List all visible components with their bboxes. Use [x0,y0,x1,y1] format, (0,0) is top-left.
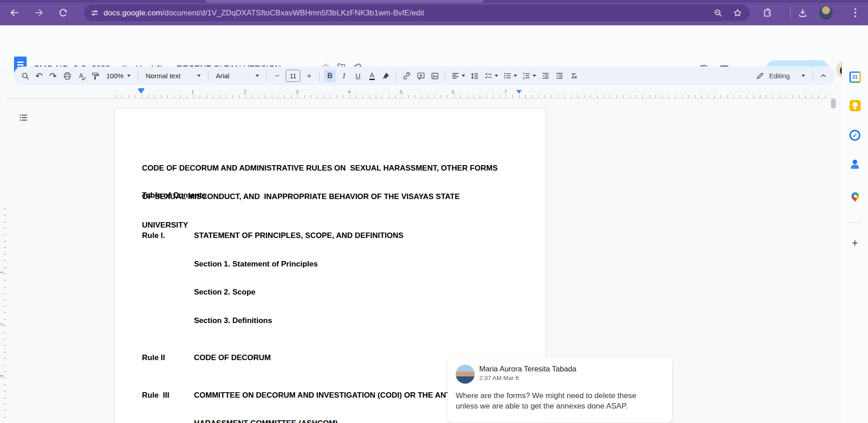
paint-roller-icon [91,71,100,81]
spelling-check-button[interactable]: A [75,70,87,82]
comment-timestamp: 2:37 AM Mar 6 [479,375,519,381]
right-indent-marker[interactable] [516,90,522,94]
underline-button[interactable]: U [352,70,364,82]
toc-title: Table of Contents [142,190,206,200]
paint-format-button[interactable] [89,70,101,82]
chevron-down-icon [533,75,536,77]
bold-button[interactable]: B [324,70,336,82]
contacts-panel-button[interactable] [849,158,861,170]
horizontal-ruler[interactable]: 1 2 3 4 5 6 7 [7,88,835,99]
toc-row: Section 3. Definitions [142,316,532,326]
tasks-panel-button[interactable]: ✓ [849,129,861,141]
check-icon [81,76,86,81]
bookmark-star-icon[interactable] [733,8,742,18]
hide-menus-button[interactable] [817,70,830,82]
document-outline-icon [19,113,28,123]
google-tasks-icon: ✓ [849,130,860,141]
font-select[interactable]: Arial [213,70,262,82]
redo-button[interactable]: ↷ [47,70,59,82]
ruler-number: 1 [191,89,194,95]
url-text[interactable]: docs.google.com/document/d/1V_ZDqDXATSft… [104,9,424,18]
ruler-number: 3 [296,89,298,95]
clear-formatting-button[interactable] [567,70,580,82]
document-canvas: 1 2 3 4 CODE OF DECORUM AND ADMINISTRATI… [0,99,842,423]
ruler-number: 1 [0,271,4,274]
reload-button[interactable] [54,4,72,22]
insert-link-button[interactable] [401,70,413,82]
forward-arrow-icon [34,8,44,18]
vertical-scrollbar[interactable] [831,99,836,109]
toc-row: Section 2. Scope [142,288,532,297]
ruler-number: 6 [452,89,454,95]
ruler-number: 2 [244,89,246,95]
keep-panel-button[interactable] [849,100,861,111]
svg-text:1: 1 [523,72,525,75]
italic-button[interactable]: I [338,70,350,82]
search-icon [21,71,30,81]
undo-button[interactable]: ↶ [33,70,45,82]
indent-icon [555,71,564,80]
print-button[interactable] [61,70,73,82]
svg-text:2: 2 [523,76,525,80]
image-icon [430,71,439,81]
pencil-icon [756,71,764,80]
back-button[interactable] [5,4,24,22]
clear-formatting-icon [569,71,578,80]
paragraph-style-select[interactable]: Normal text [143,70,203,82]
chevron-down-icon [127,75,131,77]
comment-card[interactable]: Maria Aurora Teresita Tabada 2:37 AM Mar… [448,357,672,423]
calendar-panel-button[interactable]: 31 [849,71,861,83]
back-arrow-icon [9,8,19,18]
highlight-color-button[interactable] [380,70,392,82]
forward-button[interactable] [30,4,48,22]
left-indent-marker[interactable] [138,88,144,94]
extensions-puzzle-icon[interactable] [762,8,773,18]
zoom-out-icon[interactable] [713,8,723,18]
url-path: /document/d/1V_ZDqDXATSftoCBxavWBHmn5f3b… [162,9,424,17]
text-color-button[interactable]: A [366,70,378,82]
font-size-input[interactable]: 11 [286,70,300,82]
toolbar-divider [266,71,267,81]
checklist-button[interactable] [482,70,500,82]
vertical-ruler[interactable]: 1 2 3 4 [0,197,7,423]
line-spacing-button[interactable] [468,70,481,82]
google-maps-icon [849,190,860,201]
increase-font-size-button[interactable]: + [303,70,315,82]
ruler-number: 7 [504,89,507,95]
maps-panel-button[interactable] [849,190,861,202]
toolbar-divider [445,71,445,81]
docs-header: CMO-NO.-3-S.-2022_edited by LJLor_RECENT… [0,25,868,66]
chevron-down-icon [495,75,498,77]
checklist-icon [484,71,493,80]
chevron-down-icon [197,75,201,77]
url-domain: docs.google.com [104,9,162,17]
download-icon[interactable] [797,8,808,18]
outdent-icon [541,71,550,80]
decrease-font-size-button[interactable]: − [271,70,283,82]
editing-mode-select[interactable]: Editing [751,71,810,80]
zoom-select[interactable]: 100% [104,70,133,82]
align-button[interactable] [449,70,467,82]
ruler-ticks [115,95,830,98]
decrease-indent-button[interactable] [539,70,552,82]
search-menus-button[interactable] [19,70,31,82]
chevron-down-icon [255,75,259,77]
ruler-number: 3 [0,375,4,378]
browser-profile-avatar[interactable] [819,6,833,19]
add-comment-button[interactable] [415,70,427,82]
show-document-outline-button[interactable] [16,110,31,125]
browser-menu-kebab-icon[interactable] [852,7,859,18]
ruler-number: 4 [348,89,350,95]
heading-line: CODE OF DECORUM AND ADMINISTRATIVE RULES… [142,163,498,173]
numbered-list-button[interactable]: 12 [520,70,538,82]
bulleted-list-button[interactable] [501,70,519,82]
address-bar[interactable]: docs.google.com/document/d/1V_ZDqDXATSft… [84,5,750,21]
increase-indent-button[interactable] [553,70,566,82]
line-spacing-icon [470,71,479,81]
get-addons-button[interactable]: + [849,237,861,249]
insert-image-button[interactable] [429,70,441,82]
toc-row: Section 1. Statement of Principles [142,260,532,269]
bulleted-list-icon [503,71,512,80]
side-panel: 31 ✓ + [842,25,868,423]
site-settings-tune-icon[interactable] [90,9,99,17]
